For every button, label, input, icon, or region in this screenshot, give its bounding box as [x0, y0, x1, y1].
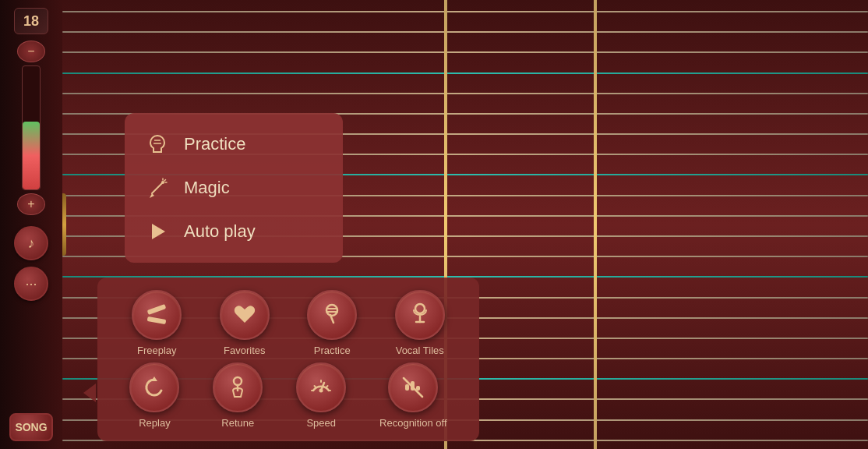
svg-point-21	[319, 389, 323, 393]
string-1	[62, 31, 868, 33]
svg-line-25	[326, 386, 328, 387]
tool-retune[interactable]: Retune	[213, 362, 263, 429]
bridge-2	[594, 0, 597, 449]
tool-practice[interactable]: Practice	[307, 290, 357, 356]
svg-point-3	[161, 181, 164, 184]
mode-item-magic[interactable]: Magic	[137, 166, 330, 210]
practice-icon	[143, 130, 171, 158]
speed-label: Speed	[306, 417, 336, 429]
vocal-tiles-label: Vocal Tiles	[396, 345, 444, 356]
volume-plus-button[interactable]: +	[17, 193, 45, 215]
replay-button[interactable]	[129, 362, 179, 412]
tool-favorites[interactable]: Favorites	[220, 290, 270, 356]
recognition-off-label: Recognition off	[379, 417, 447, 429]
svg-point-18	[234, 377, 242, 385]
svg-line-24	[315, 386, 316, 387]
music-button[interactable]: ♪	[14, 226, 48, 260]
music-icon: ♪	[28, 235, 35, 252]
tool-recognition-off[interactable]: Recognition off	[379, 362, 447, 429]
svg-line-6	[164, 180, 166, 182]
more-icon: ···	[25, 276, 37, 292]
more-button[interactable]: ···	[14, 267, 48, 301]
freeplay-label: Freeplay	[137, 345, 177, 356]
svg-rect-8	[147, 304, 167, 315]
autoplay-icon	[143, 217, 171, 246]
practice-label: Practice	[184, 134, 245, 154]
volume-minus-button[interactable]: −	[17, 41, 45, 62]
toolbar-row-2: Replay Retune	[113, 362, 464, 429]
volume-slider[interactable]	[22, 65, 41, 190]
favorites-label: Favorites	[224, 345, 265, 356]
retune-label: Retune	[221, 417, 254, 429]
mode-menu: Practice Magic Auto play	[125, 113, 343, 263]
mode-item-autoplay[interactable]: Auto play	[137, 210, 330, 253]
string-4	[62, 93, 868, 94]
svg-rect-27	[405, 384, 409, 391]
tool-freeplay[interactable]: Freeplay	[132, 290, 182, 356]
svg-point-10	[326, 305, 337, 316]
practice-button[interactable]	[307, 290, 357, 340]
left-sidebar: 18 − + ♪ ··· SONG	[0, 0, 62, 449]
svg-marker-7	[152, 224, 165, 239]
mode-item-practice[interactable]: Practice	[137, 122, 330, 166]
toolbar-row-1: Freeplay Favorites Practice	[113, 290, 464, 356]
favorites-button[interactable]	[220, 290, 270, 340]
song-button[interactable]: SONG	[9, 413, 53, 441]
string-3	[62, 72, 868, 74]
number-badge: 18	[14, 8, 48, 34]
magic-icon	[143, 174, 171, 202]
tool-speed[interactable]: Speed	[296, 362, 346, 429]
volume-control: − +	[17, 41, 45, 215]
practice-toolbar-label: Practice	[314, 345, 351, 356]
magic-label: Magic	[184, 178, 230, 198]
autoplay-label: Auto play	[184, 221, 256, 242]
speed-button[interactable]	[296, 362, 346, 412]
bottom-toolbar: Freeplay Favorites Practice	[97, 278, 479, 441]
freeplay-button[interactable]	[132, 290, 182, 340]
retune-button[interactable]	[213, 362, 263, 412]
svg-marker-2	[150, 193, 154, 198]
tool-replay[interactable]: Replay	[129, 362, 179, 429]
song-label: SONG	[15, 421, 47, 433]
tool-vocal-tiles[interactable]: Vocal Tiles	[395, 290, 445, 356]
panel-arrow	[83, 384, 96, 402]
string-0	[62, 11, 868, 12]
volume-fill	[23, 122, 40, 189]
svg-point-14	[415, 304, 425, 313]
replay-label: Replay	[139, 417, 170, 429]
string-2	[62, 51, 868, 53]
vocal-tiles-button[interactable]	[395, 290, 445, 340]
svg-rect-9	[147, 316, 167, 324]
recognition-off-button[interactable]	[388, 362, 438, 412]
